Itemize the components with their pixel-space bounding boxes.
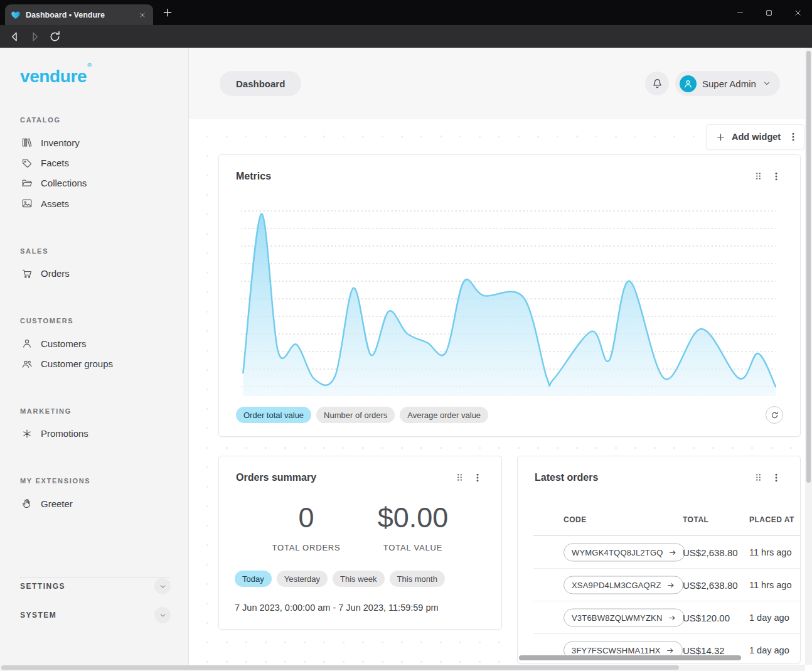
window-maximize-button[interactable] xyxy=(754,0,783,25)
user-icon xyxy=(683,78,693,89)
expand-section-button[interactable] xyxy=(154,607,171,623)
sidebar-item[interactable]: Promotions xyxy=(0,424,188,444)
forward-button[interactable] xyxy=(28,30,42,44)
order-total: US$2,638.80 xyxy=(683,580,738,591)
board-menu-icon[interactable] xyxy=(788,132,798,142)
date-range-tabs: Today Yesterday This week This month xyxy=(235,571,445,587)
drag-handle-icon[interactable] xyxy=(455,473,464,482)
notifications-button[interactable] xyxy=(645,72,669,95)
order-placed-at: 11 hrs ago xyxy=(749,579,792,591)
chip-button[interactable]: Order total value xyxy=(236,407,311,423)
summary-stat: $0.00 TOTAL VALUE xyxy=(353,502,473,552)
chevron-down-icon xyxy=(158,611,168,620)
stat-value: 0 xyxy=(247,502,366,534)
widget-menu-icon[interactable] xyxy=(771,473,781,483)
chip-button[interactable]: Average order value xyxy=(400,407,488,423)
plus-icon xyxy=(715,132,726,142)
order-code: WYMGK4TQQ8JL2TGQ xyxy=(572,548,663,557)
chip-button[interactable]: Yesterday xyxy=(277,571,328,587)
order-row: WYMGK4TQQ8JL2TGQ US$2,638.80 11 hrs ago xyxy=(518,536,800,569)
user-icon xyxy=(21,338,33,349)
window-close-button[interactable] xyxy=(783,0,812,25)
widget-menu-icon[interactable] xyxy=(771,171,781,181)
vendure-logo: vendure® xyxy=(20,67,91,87)
dashboard-board: Add widget Metrics xyxy=(189,119,812,671)
sidebar-item-label: Greeter xyxy=(41,498,73,509)
refresh-button[interactable] xyxy=(766,406,783,424)
metrics-widget: Metrics Order total value Number of orde… xyxy=(218,154,801,437)
orders-summary-widget: Orders summary 0 TOTAL ORDERS $0.00 TOTA… xyxy=(218,456,502,630)
stat-value: $0.00 xyxy=(353,502,473,534)
tab-close-icon[interactable] xyxy=(137,10,147,20)
chip-button[interactable]: Today xyxy=(235,571,272,587)
books-icon xyxy=(21,137,33,148)
sidebar-item[interactable]: Customers xyxy=(0,333,188,353)
drag-handle-icon[interactable] xyxy=(754,171,763,181)
scrollbar-thumb[interactable] xyxy=(1,665,679,670)
order-code-link[interactable]: WYMGK4TQQ8JL2TGQ xyxy=(564,544,685,562)
arrow-right-icon xyxy=(666,581,675,589)
sidebar-section-heading: MARKETING xyxy=(20,407,188,415)
expand-section-button[interactable] xyxy=(154,578,171,594)
chevron-down-icon xyxy=(762,78,772,89)
scrollbar-thumb[interactable] xyxy=(806,51,811,483)
sidebar-item-label: Orders xyxy=(41,268,70,279)
reload-button[interactable] xyxy=(48,30,62,44)
order-total: US$120.00 xyxy=(683,613,730,623)
chip-button[interactable]: This week xyxy=(333,571,385,587)
sidebar-footer: SETTINGS SYSTEM xyxy=(20,577,171,623)
order-total: US$14.32 xyxy=(683,645,725,656)
sidebar-item[interactable]: Orders xyxy=(0,264,188,284)
column-header-placed-at: PLACED AT xyxy=(749,515,794,524)
chip-button[interactable]: This month xyxy=(390,571,445,587)
chip-button[interactable]: Number of orders xyxy=(316,407,395,423)
back-button[interactable] xyxy=(8,30,22,44)
breadcrumb[interactable]: Dashboard xyxy=(220,71,301,96)
sidebar-item-label: Customers xyxy=(41,338,87,349)
order-code-link[interactable]: V3T6BW8ZQLWMYZKN xyxy=(564,609,685,627)
user-menu-button[interactable]: Super Admin xyxy=(675,71,780,96)
order-total: US$2,638.80 xyxy=(683,547,738,558)
column-header-code: CODE xyxy=(564,515,587,524)
sidebar-item[interactable]: Customer groups xyxy=(0,353,188,373)
order-code: 3FY7FSCWSHMA11HX xyxy=(572,646,661,655)
add-widget-button[interactable]: Add widget xyxy=(732,132,781,142)
sidebar-item[interactable]: Greeter xyxy=(0,493,188,513)
bell-icon xyxy=(651,77,664,90)
widget-menu-icon[interactable] xyxy=(473,473,483,483)
sidebar-item[interactable]: Collections xyxy=(0,173,188,193)
sidebar-collapsed-section[interactable]: SYSTEM xyxy=(20,607,171,623)
order-code: V3T6BW8ZQLWMYZKN xyxy=(572,613,663,623)
sidebar-item[interactable]: Facets xyxy=(0,153,188,173)
page-vertical-scrollbar[interactable] xyxy=(805,48,812,665)
sidebar-item-label: Facets xyxy=(41,158,69,168)
date-range-text: 7 Jun 2023, 0:00:00 am - 7 Jun 2023, 11:… xyxy=(235,603,439,613)
new-tab-button[interactable] xyxy=(162,7,173,18)
browser-tab[interactable]: Dashboard • Vendure xyxy=(5,4,153,25)
sidebar-section-heading: MY EXTENSIONS xyxy=(20,477,188,485)
sidebar-section-heading: SALES xyxy=(20,247,188,255)
page-horizontal-scrollbar[interactable] xyxy=(0,665,805,671)
sidebar-section-heading: CATALOG xyxy=(20,116,188,124)
order-code-link[interactable]: XSA9PD4LM3CGAQRZ xyxy=(564,576,683,594)
table-horizontal-scrollbar[interactable] xyxy=(519,655,741,660)
arrow-right-icon xyxy=(668,613,676,622)
image-icon xyxy=(21,198,33,209)
stat-label: TOTAL VALUE xyxy=(353,543,473,552)
main-content: Dashboard Super Admin xyxy=(189,48,812,671)
widget-title: Latest orders xyxy=(535,472,598,483)
drag-handle-icon[interactable] xyxy=(754,473,763,482)
cart-icon xyxy=(21,268,33,279)
window-minimize-button[interactable] xyxy=(725,0,754,25)
browser-toolbar: ! localhost :3000/admin/ xyxy=(0,25,812,48)
sidebar-item-label: Assets xyxy=(41,198,69,209)
sidebar-item[interactable]: Inventory xyxy=(0,132,188,153)
sidebar-section: CUSTOMERS Customers Customer groups xyxy=(0,317,188,374)
refresh-icon xyxy=(770,411,779,420)
sidebar-section-heading: SETTINGS xyxy=(20,582,65,591)
sidebar-section: CATALOG Inventory Facets Collections Ass… xyxy=(0,116,188,214)
user-name: Super Admin xyxy=(702,78,756,89)
widget-title: Orders summary xyxy=(236,472,316,483)
sidebar-item[interactable]: Assets xyxy=(0,193,188,213)
sidebar-collapsed-section[interactable]: SETTINGS xyxy=(20,578,171,594)
